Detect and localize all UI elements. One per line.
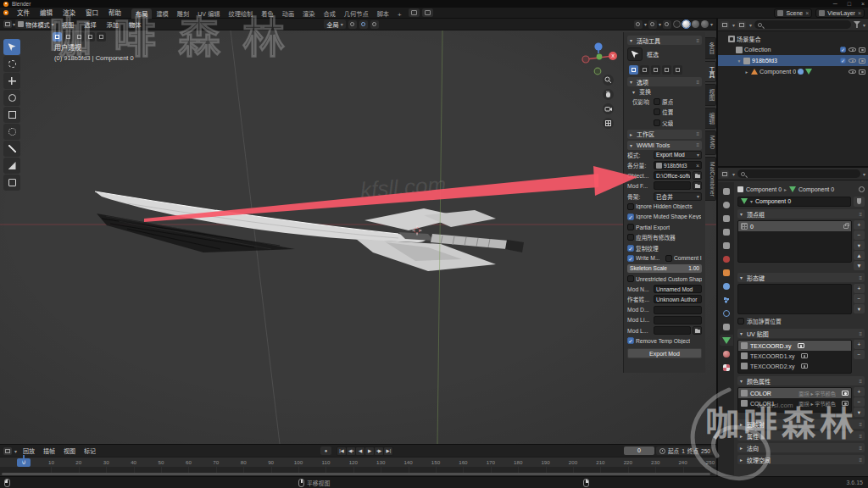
breadcrumb-object[interactable]: Component 0 (746, 186, 782, 192)
uv-map-item[interactable]: TEXCOORD2.xy (738, 361, 851, 371)
proportional-editing-icon[interactable] (370, 20, 379, 29)
npanel-tab-MatCombiner[interactable]: MatCombiner (705, 157, 716, 202)
npanel-tab-MMD[interactable]: MMD (705, 130, 716, 154)
checkbox[interactable] (627, 234, 634, 241)
viewport-menu-选择[interactable]: 选择 (79, 20, 101, 29)
folder-open-icon[interactable] (693, 326, 702, 335)
properties-tab-material[interactable] (720, 348, 733, 359)
workspace-tab-脚本[interactable]: 脚本 (373, 8, 393, 19)
viewport-menu-添加[interactable]: 添加 (102, 20, 124, 29)
mode-dropdown-field[interactable]: Export Mod▾ (654, 151, 702, 159)
xray-toggle-icon[interactable] (663, 20, 671, 29)
move-down-button[interactable]: ▼ (854, 261, 865, 270)
checkbox[interactable] (627, 224, 634, 230)
frame-range-group[interactable]: 起点1 终点250 (656, 446, 714, 455)
select-mode-button[interactable] (86, 32, 95, 42)
select-mode-button[interactable] (64, 32, 73, 42)
expander-icon[interactable]: ▸ (744, 69, 749, 75)
color-attribute-item[interactable]: COLOR面拐 ▸ 字节颜色 (738, 388, 851, 398)
play-button[interactable]: ▶ (365, 447, 374, 455)
checkbox[interactable] (665, 255, 672, 262)
viewlayer-remove-icon[interactable]: × (858, 10, 861, 16)
render-camera-icon[interactable] (798, 343, 804, 348)
shading-wireframe-icon[interactable] (673, 20, 681, 28)
folder-open-icon[interactable] (693, 171, 702, 180)
properties-editor-icon[interactable] (721, 170, 729, 178)
move-up-button[interactable]: ▲ (854, 251, 865, 260)
section-color-attributes[interactable]: ▾颜色属性≡ (737, 376, 865, 385)
object-path-field[interactable]: D:\Office-software... (654, 171, 691, 180)
breadcrumb-data[interactable]: Component 0 (798, 186, 834, 192)
perspective-toggle-icon[interactable] (603, 118, 614, 129)
select-mode-button[interactable] (53, 32, 62, 42)
section-法向[interactable]: ▸法向≡ (737, 443, 865, 452)
workspace-tab-建模[interactable]: 建模 (152, 8, 172, 19)
uv-map-item[interactable]: TEXCOORD1.xy (738, 351, 851, 361)
checkbox[interactable] (840, 47, 846, 53)
tool-select-box[interactable] (3, 39, 20, 55)
section-workspace[interactable]: ▸工作区≡ (627, 130, 702, 139)
checkbox[interactable] (627, 255, 634, 262)
viewport-3d[interactable]: 用户透视 (0) 918b5fd3 | Component 0 X (0, 30, 716, 444)
workspace-tab-几何节点[interactable]: 几何节点 (340, 8, 373, 19)
components-object-field[interactable]: 918b5fd3× (654, 161, 702, 169)
select-mode-button[interactable] (673, 65, 682, 75)
select-mode-button[interactable] (97, 32, 106, 42)
current-frame-field[interactable]: 0 (624, 446, 654, 455)
select-mode-button[interactable] (651, 65, 660, 75)
gizmos-dropdown-icon[interactable] (634, 20, 643, 29)
tool-rotate[interactable] (3, 90, 20, 106)
add-button[interactable]: + (854, 340, 865, 349)
topbar-extra-button-2[interactable] (422, 8, 433, 17)
select-mode-button[interactable] (662, 65, 671, 75)
viewlayer-selector[interactable]: ViewLayer × (815, 8, 865, 18)
uv-map-item[interactable]: TEXCOORD.xy (738, 341, 851, 351)
timeline-ruler[interactable]: 0 10203040506070809010011012013014015016… (0, 457, 716, 467)
menu-渲染[interactable]: 渲染 (58, 8, 81, 19)
camera-icon[interactable] (859, 47, 865, 53)
tool-move[interactable] (3, 73, 20, 89)
color-attribute-item[interactable]: COLOR1面拐 ▸ 字节颜色 (738, 398, 851, 408)
outliner-row-场景集合[interactable]: 场景集合 (718, 33, 868, 44)
topbar-extra-button[interactable] (409, 8, 420, 17)
render-camera-icon[interactable] (842, 391, 849, 396)
properties-tab-render[interactable] (720, 199, 733, 210)
checkbox[interactable] (654, 119, 660, 126)
add-button[interactable]: + (854, 284, 865, 293)
mod-folder-field[interactable] (654, 181, 691, 190)
specials-menu-button[interactable]: ▾ (854, 408, 865, 417)
jump-end-button[interactable]: ▶| (384, 447, 392, 455)
tool-annotate[interactable] (3, 141, 20, 157)
workspace-tab-着色[interactable]: 着色 (257, 8, 277, 19)
checkbox[interactable] (627, 214, 634, 220)
remove-button[interactable]: − (854, 294, 865, 303)
outliner-search-input[interactable] (754, 20, 851, 29)
text-field[interactable]: Unnamed Mod (654, 285, 702, 293)
editor-type-icon[interactable] (3, 20, 12, 28)
transform-orientation-dropdown[interactable]: 全局 ▾ (324, 19, 345, 29)
navigation-gizmo[interactable]: X (580, 39, 619, 80)
pan-hand-icon[interactable] (603, 89, 614, 100)
prev-keyframe-button[interactable]: ◀• (347, 447, 355, 455)
section-uv-maps[interactable]: ▾UV 贴图≡ (737, 329, 865, 338)
tool-transform[interactable] (3, 124, 20, 140)
fake-user-shield-icon[interactable] (854, 197, 865, 207)
remove-button[interactable]: − (854, 230, 865, 240)
text-field[interactable]: Unknown Author (654, 295, 702, 303)
checkbox[interactable] (737, 318, 744, 324)
timeline-editor-icon[interactable] (3, 447, 12, 455)
properties-tab-scene[interactable] (720, 240, 733, 251)
viewport-menu-视图[interactable]: 视图 (57, 20, 79, 29)
properties-tab-texture[interactable] (720, 362, 733, 373)
text-field[interactable] (654, 316, 702, 324)
menu-窗口[interactable]: 窗口 (81, 8, 103, 19)
timeline-menu-视图[interactable]: 视图 (59, 446, 80, 455)
select-mode-button[interactable] (75, 32, 84, 42)
workspace-tab-动画[interactable]: 动画 (278, 8, 298, 19)
section-shape-keys[interactable]: ▾形态键≡ (737, 273, 865, 282)
properties-tab-physics[interactable] (720, 308, 733, 319)
minimize-button[interactable]: ─ (833, 0, 837, 8)
remove-button[interactable]: − (854, 350, 865, 359)
add-workspace-button[interactable]: + (393, 11, 406, 19)
checkbox[interactable] (627, 245, 634, 252)
